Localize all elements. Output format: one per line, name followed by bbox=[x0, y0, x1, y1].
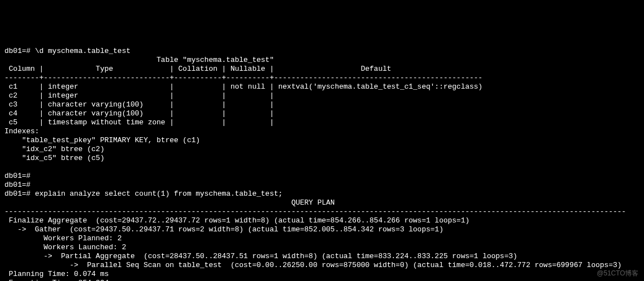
plan-line: Workers Planned: 2 bbox=[4, 234, 122, 243]
plan-sep: ----------------------------------------… bbox=[4, 207, 626, 216]
prompt: db01=# bbox=[4, 172, 31, 180]
prompt: db01=# bbox=[4, 47, 31, 55]
terminal-output[interactable]: db01=# \d myschema.table_test Table "mys… bbox=[0, 45, 644, 281]
plan-line: Workers Launched: 2 bbox=[4, 243, 126, 251]
table-row: c2 | integer | | | bbox=[4, 91, 274, 100]
watermark: @51CTO博客 bbox=[597, 269, 638, 278]
indexes-label: Indexes: bbox=[4, 127, 39, 135]
table-row: c1 | integer | | not null | nextval('mys… bbox=[4, 83, 482, 91]
planning-time: Planning Time: 0.074 ms bbox=[4, 270, 109, 278]
query-plan-label: QUERY PLAN bbox=[291, 198, 335, 207]
execution-time: Execution Time: 854.394 ms bbox=[4, 279, 122, 281]
plan-line: Finalize Aggregate (cost=29437.72..29437… bbox=[4, 216, 470, 225]
table-row: c5 | timestamp without time zone | | | bbox=[4, 118, 274, 127]
prompt: db01=# bbox=[4, 181, 31, 189]
table-row: c3 | character varying(100) | | | bbox=[4, 100, 274, 109]
plan-line: -> Parallel Seq Scan on table_test (cost… bbox=[4, 261, 622, 269]
table-row: c4 | character varying(100) | | | bbox=[4, 109, 274, 118]
table-header-sep: --------+-----------------------------+-… bbox=[4, 74, 482, 82]
index-line: "idx_c5" btree (c5) bbox=[4, 154, 104, 162]
plan-line: -> Gather (cost=29437.50..29437.71 rows=… bbox=[4, 225, 443, 234]
prompt: db01=# bbox=[4, 190, 31, 198]
index-line: "table_test_pkey" PRIMARY KEY, btree (c1… bbox=[4, 136, 200, 144]
table-title: Table "myschema.table_test" bbox=[157, 56, 274, 64]
table-header: Column | Type | Collation | Nullable | D… bbox=[4, 65, 391, 73]
plan-line: -> Partial Aggregate (cost=28437.50..284… bbox=[4, 252, 518, 260]
explain-command: explain analyze select count(1) from mys… bbox=[35, 190, 283, 198]
describe-command: \d myschema.table_test bbox=[35, 47, 131, 55]
index-line: "idx_c2" btree (c2) bbox=[4, 145, 104, 153]
